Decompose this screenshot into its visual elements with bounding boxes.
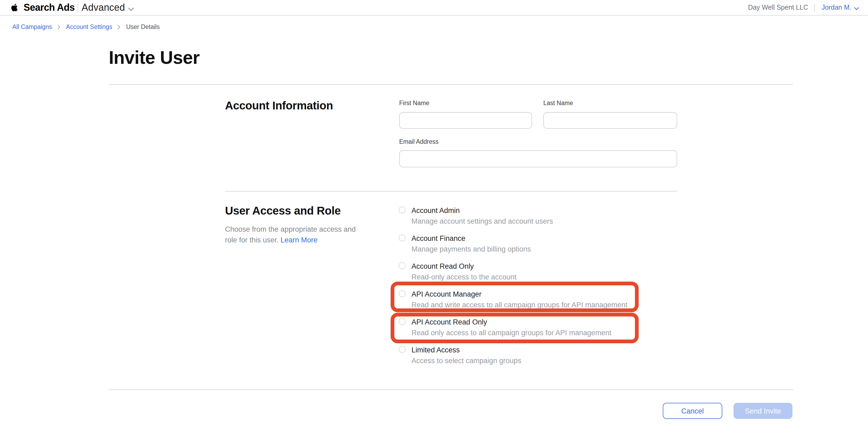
chevron-down-icon (128, 2, 134, 14)
role-option-account-read-only[interactable]: Account Read Only Read-only access to th… (399, 262, 683, 282)
last-name-label: Last Name (543, 100, 573, 106)
top-nav: Search Ads Advanced Day Well Spent LLC J… (0, 0, 868, 16)
send-invite-button[interactable]: Send Invite (734, 403, 793, 419)
role-option-label: Account Finance (411, 234, 683, 243)
chevron-right-icon (57, 24, 61, 29)
first-name-field[interactable] (399, 112, 532, 129)
first-name-label: First Name (399, 100, 429, 106)
role-option-label: Account Admin (411, 206, 683, 215)
user-access-heading: User Access and Role (225, 204, 341, 217)
role-option-api-account-read-only[interactable]: API Account Read Only Read only access t… (399, 318, 683, 338)
breadcrumb-user-details: User Details (126, 24, 160, 30)
nav-divider (78, 3, 79, 12)
title-divider (109, 84, 793, 85)
user-name: Jordan M. (822, 4, 851, 11)
radio-button[interactable] (399, 346, 406, 353)
radio-button[interactable] (399, 290, 406, 297)
role-option-account-admin[interactable]: Account Admin Manage account settings an… (399, 206, 683, 226)
role-option-account-finance[interactable]: Account Finance Manage payments and bill… (399, 234, 683, 254)
footer-divider (109, 389, 793, 390)
role-option-label: API Account Read Only (411, 318, 683, 327)
email-field[interactable] (399, 150, 677, 167)
breadcrumb-account-settings[interactable]: Account Settings (66, 24, 112, 30)
email-address-label: Email Address (399, 138, 439, 145)
breadcrumb-all-campaigns[interactable]: All Campaigns (12, 24, 52, 30)
user-menu[interactable]: Jordan M. (822, 3, 859, 11)
breadcrumb: All Campaigns Account Settings User Deta… (12, 24, 160, 30)
product-name: Advanced (82, 2, 125, 13)
product-switcher[interactable]: Advanced (82, 1, 134, 14)
section-divider (225, 191, 677, 192)
brand-area: Search Ads (11, 2, 75, 13)
learn-more-link[interactable]: Learn More (280, 236, 317, 244)
cancel-button[interactable]: Cancel (663, 403, 722, 419)
role-option-description: Read-only access to the account (411, 272, 683, 282)
role-option-description: Read only access to all campaign groups … (411, 328, 683, 338)
role-options-list: Account Admin Manage account settings an… (399, 206, 683, 373)
radio-button[interactable] (399, 234, 406, 241)
role-option-description: Read and write access to all campaign gr… (411, 300, 683, 310)
role-option-limited-access[interactable]: Limited Access Access to select campaign… (399, 345, 683, 366)
radio-button[interactable] (399, 262, 406, 269)
org-name: Day Well Spent LLC (748, 4, 808, 11)
brand-name: Search Ads (24, 2, 75, 13)
role-option-description: Access to select campaign groups (411, 356, 683, 366)
role-option-label: Limited Access (411, 345, 683, 355)
radio-button[interactable] (399, 318, 406, 325)
page-title: Invite User (109, 47, 199, 68)
role-option-label: API Account Manager (411, 290, 683, 299)
role-option-description: Manage payments and billing options (411, 244, 683, 254)
user-access-description: Choose from the appropriate access and r… (225, 224, 360, 245)
invite-user-page: Search Ads Advanced Day Well Spent LLC J… (0, 0, 868, 435)
nav-divider (815, 3, 815, 11)
account-information-heading: Account Information (225, 99, 333, 112)
apple-logo-icon (11, 3, 18, 12)
last-name-field[interactable] (543, 112, 677, 129)
nav-right: Day Well Spent LLC Jordan M. (748, 3, 859, 11)
radio-button[interactable] (399, 206, 406, 213)
chevron-right-icon (118, 24, 121, 29)
role-option-label: Account Read Only (411, 262, 683, 271)
chevron-down-icon (854, 4, 859, 11)
role-option-description: Manage account settings and account user… (411, 217, 683, 226)
role-option-api-account-manager[interactable]: API Account Manager Read and write acces… (399, 290, 683, 310)
